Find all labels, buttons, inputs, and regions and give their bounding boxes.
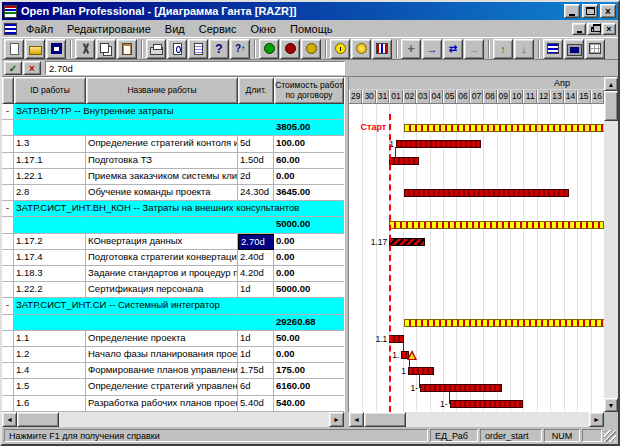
app-icon[interactable] xyxy=(4,5,17,18)
collapse-column-header[interactable] xyxy=(2,77,14,104)
print-button[interactable] xyxy=(146,39,166,59)
table-row[interactable]: 1.6Разработка рабочих планов проекта5.40… xyxy=(2,396,344,412)
resize-grip[interactable] xyxy=(604,430,616,442)
table-row[interactable]: -ЗАТР.СИСТ_ИНТ.ВН_КОН -- Затраты на внеш… xyxy=(2,201,344,217)
child-close-button[interactable]: × xyxy=(602,23,616,35)
table-row[interactable]: 1.1Определение проекта1d50.00 xyxy=(2,331,344,347)
open-button[interactable] xyxy=(25,39,45,59)
edit-notes-button[interactable] xyxy=(188,39,208,59)
table-row[interactable]: 1.2Начало фазы планирования проекта1d0.0… xyxy=(2,347,344,363)
child-minimize-button[interactable] xyxy=(572,23,586,35)
scrollbar-track[interactable] xyxy=(59,412,329,427)
scroll-down-button[interactable] xyxy=(604,398,618,412)
gantt-vertical-scrollbar[interactable] xyxy=(604,77,618,412)
scrollbar-track[interactable] xyxy=(604,121,618,398)
outline-up-button[interactable] xyxy=(493,39,513,59)
collapse-cell[interactable]: - xyxy=(2,201,14,217)
scroll-right-button[interactable] xyxy=(589,412,604,427)
save-button[interactable] xyxy=(46,39,66,59)
print-preview-button[interactable] xyxy=(167,39,187,59)
scroll-up-button[interactable] xyxy=(604,77,618,91)
task-bar[interactable] xyxy=(389,238,425,246)
menu-item[interactable]: Файл xyxy=(19,21,60,37)
collapse-cell[interactable]: - xyxy=(2,298,14,314)
accept-button[interactable]: ✓ xyxy=(4,61,22,75)
new-button[interactable] xyxy=(4,39,24,59)
child-window-icon[interactable] xyxy=(4,23,17,35)
summary-bar[interactable] xyxy=(404,319,604,327)
goto-button[interactable] xyxy=(464,39,484,59)
add-activity-button[interactable] xyxy=(401,39,421,59)
cell-edit-field[interactable]: 2.70d xyxy=(45,61,345,75)
table-row[interactable]: 5000.00 xyxy=(2,217,344,233)
menu-item[interactable]: Окно xyxy=(243,21,283,37)
title-bar[interactable]: Open Plan Professional - [Диаграмма Гант… xyxy=(2,2,618,20)
summary-bar[interactable] xyxy=(389,221,604,229)
outline-down-button[interactable] xyxy=(514,39,534,59)
help-button[interactable] xyxy=(209,39,229,59)
table-row[interactable]: 1.4Формирование планов управления1.75d17… xyxy=(2,363,344,379)
task-bar[interactable] xyxy=(420,384,502,392)
table-row[interactable]: 3805.00 xyxy=(2,120,344,136)
id-column-header[interactable]: ID работы xyxy=(14,77,86,104)
menu-item[interactable]: Сервис xyxy=(192,21,244,37)
paste-button[interactable] xyxy=(117,39,137,59)
task-bar[interactable] xyxy=(389,335,404,343)
table-row[interactable]: 1.17.2КОнвертация данных2.70d0.00 xyxy=(2,234,344,250)
collapse-cell[interactable]: - xyxy=(2,104,14,120)
table-row[interactable]: 1.18.3Задание стандартов и процедур по д… xyxy=(2,266,344,282)
scrollbar-track[interactable] xyxy=(406,412,589,427)
task-bar[interactable] xyxy=(389,157,419,165)
cancel-button[interactable]: × xyxy=(23,61,41,75)
close-button[interactable]: × xyxy=(600,4,616,18)
scrollbar-thumb[interactable] xyxy=(604,91,618,121)
table-row[interactable]: 29260.68 xyxy=(2,315,344,331)
table-horizontal-scrollbar[interactable] xyxy=(2,412,344,427)
summary-bar[interactable] xyxy=(404,124,604,132)
table-row[interactable]: 1.22.1Приемка заказчиком системы клиент2… xyxy=(2,169,344,185)
table-row[interactable]: 1.5Определение стратегий управления и6d6… xyxy=(2,379,344,395)
cost-column-header[interactable]: Стоимость работ по договору xyxy=(274,77,344,104)
table-row[interactable]: -ЗАТР.СИСТ_ИНТ.СИ -- Системный интеграто… xyxy=(2,298,344,314)
status-red-button[interactable] xyxy=(280,39,300,59)
task-bar[interactable] xyxy=(408,367,434,375)
context-help-button[interactable] xyxy=(230,39,250,59)
table-row[interactable]: 1.17.4Подготовка стратегии конвертации2.… xyxy=(2,250,344,266)
status-yellow-button[interactable] xyxy=(301,39,321,59)
baseline-button[interactable] xyxy=(351,39,371,59)
gantt-view-button[interactable] xyxy=(543,39,563,59)
insert-link-button[interactable] xyxy=(422,39,442,59)
swap-links-button[interactable] xyxy=(443,39,463,59)
cost-chart-button[interactable] xyxy=(372,39,392,59)
scroll-left-button[interactable] xyxy=(2,412,17,427)
scrollbar-thumb[interactable] xyxy=(17,412,59,427)
maximize-button[interactable] xyxy=(582,4,598,18)
table-row[interactable]: 1.17.1Подготовка ТЗ1.50d60.00 xyxy=(2,153,344,169)
menu-item[interactable]: Помощь xyxy=(283,21,340,37)
child-restore-button[interactable] xyxy=(587,23,601,35)
task-bar[interactable] xyxy=(450,400,524,408)
duration-column-header[interactable]: Длит. xyxy=(238,77,274,104)
menu-item[interactable]: Вид xyxy=(158,21,192,37)
gantt-horizontal-scrollbar[interactable] xyxy=(349,412,604,427)
table-row[interactable]: -ЗАТР.ВНУТР -- Внутренние затраты xyxy=(2,104,344,120)
milestone-marker[interactable] xyxy=(407,350,417,360)
time-now-button[interactable] xyxy=(330,39,350,59)
network-view-button[interactable] xyxy=(564,39,584,59)
spreadsheet-view-button[interactable] xyxy=(585,39,605,59)
task-bar[interactable] xyxy=(404,189,569,197)
table-row[interactable]: 1.22.2Сертификация персонала1d5000.00 xyxy=(2,282,344,298)
cut-button[interactable] xyxy=(75,39,95,59)
scroll-left-button[interactable] xyxy=(349,412,364,427)
status-green-button[interactable] xyxy=(259,39,279,59)
table-row[interactable]: 1.3Определение стратегий контоля и отч5d… xyxy=(2,136,344,152)
copy-button[interactable] xyxy=(96,39,116,59)
name-column-header[interactable]: Название работы xyxy=(86,77,238,104)
menu-item[interactable]: Редактирование xyxy=(60,21,158,37)
task-bar[interactable] xyxy=(396,140,481,148)
table-row[interactable]: 2.8Обучение команды проекта24.30d3645.00 xyxy=(2,185,344,201)
scrollbar-thumb[interactable] xyxy=(364,412,406,427)
minimize-button[interactable] xyxy=(564,4,580,18)
scroll-right-button[interactable] xyxy=(329,412,344,427)
task-duration-cell[interactable]: 2.70d xyxy=(238,234,274,250)
